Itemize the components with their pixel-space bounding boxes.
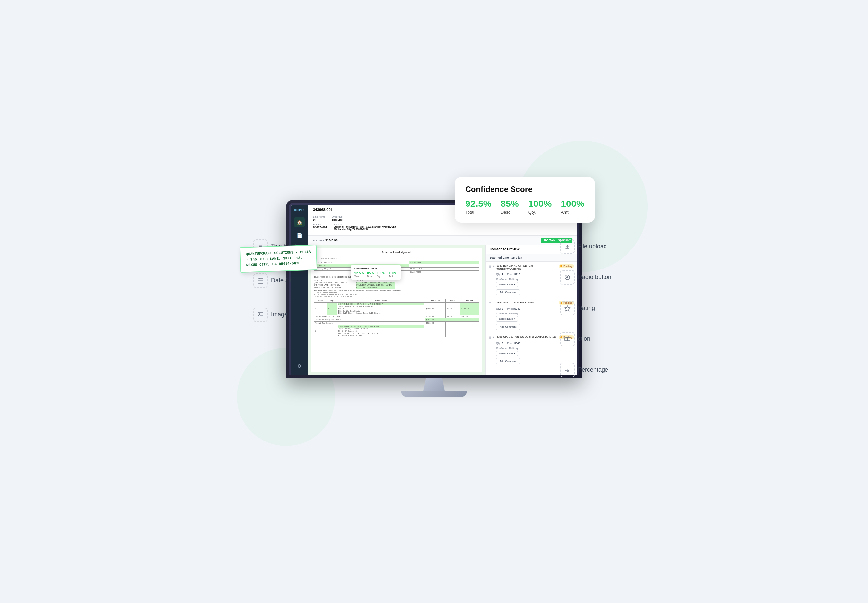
monitor-stand: [286, 378, 582, 397]
svg-marker-8: [565, 306, 570, 311]
svg-rect-4: [258, 312, 263, 317]
item-1-qty-value: 1: [502, 273, 503, 276]
score-total: 92.5% Total: [465, 199, 491, 215]
inner-score-desc: 85% Desc.: [367, 272, 374, 277]
item-3-price-value: $340: [515, 342, 521, 345]
item-3-select-date-button[interactable]: Select Date: [496, 351, 518, 356]
order-no-field: Order No. 1089486: [332, 215, 343, 221]
svg-rect-10: [568, 337, 570, 341]
inner-score-amt: 100% Amt.: [389, 272, 397, 277]
score-amt-value: 100%: [561, 199, 584, 209]
doc-header-row-3: PO No. 84623-002 Ship to Stellarink Inno…: [313, 223, 572, 230]
item-1-desc: 1048 BLK 224 A 7 OR GD (G4; TURBOMTYVHD(…: [496, 264, 556, 271]
inner-score-qty: 100% Qty.: [377, 272, 385, 277]
date-label: Date / ti...: [271, 277, 296, 284]
order-number-value: 343968-001: [313, 208, 332, 212]
confidence-scores-container: 92.5% Total 85% Desc. 100% Qty. 100% Amt…: [465, 199, 584, 215]
item-2-add-comment-button[interactable]: Add Comment: [496, 324, 520, 330]
item-3-number: 3: [493, 336, 494, 339]
drag-handle-2[interactable]: ⠿: [489, 302, 491, 305]
score-total-value: 92.5%: [465, 199, 491, 209]
feature-action: ction: [560, 332, 611, 346]
inner-confidence-scores: 92.5% Total 85% Desc. 100%: [355, 272, 397, 277]
item-3-desc: 4756 UPL 782 P 21 GC LG (T$; VENTURIXHD(…: [496, 336, 556, 339]
item-3-price-label: Price:: [507, 342, 513, 345]
monitor: COPIX 🏠 📄 📋 ⚙ 343968-001: [286, 200, 582, 397]
item-3-qty-label: Qty:: [496, 342, 501, 345]
score-desc: 85% Desc.: [501, 199, 519, 215]
monitor-bezel: COPIX 🏠 📄 📋 ⚙ 343968-001: [289, 203, 579, 375]
sidebar-brand: COPIX: [294, 209, 305, 212]
action-label: ction: [578, 336, 591, 342]
item-1-price-label: Price:: [507, 273, 513, 276]
item-2-qty-label: Qty:: [496, 307, 501, 310]
rating-icon: [560, 301, 575, 315]
rating-label: Rating: [578, 305, 595, 311]
right-features: File upload Radio button Rating ction % …: [560, 239, 611, 377]
feature-image: Image: [253, 308, 296, 322]
order-no-value: 1089486: [332, 218, 343, 221]
item-3-qty-value: 3: [502, 342, 503, 345]
ack-total-label: Ack. Total: [313, 239, 325, 242]
item-2-number: 2: [493, 301, 494, 304]
sidebar-icon-home[interactable]: 🏠: [294, 217, 305, 227]
line-items-label: Line Items: [313, 215, 325, 218]
image-icon: [253, 308, 268, 322]
line-items-value: 20: [313, 218, 325, 221]
main-content-area: 343968-001 Ship Date 11/10/2023 Line Ite…: [308, 204, 577, 375]
po-no-field: PO No. 84623-002: [313, 223, 327, 230]
item-1-qty: Qty: 1: [496, 273, 503, 276]
item-1-price: Price: $210: [507, 273, 520, 276]
item-1-add-comment-button[interactable]: Add Comment: [496, 289, 520, 295]
item-3-qty: Qty: 3: [496, 342, 503, 345]
monitor-screen-wrapper: COPIX 🏠 📄 📋 ⚙ 343968-001: [286, 200, 582, 378]
monitor-neck: [421, 378, 447, 391]
score-desc-value: 85%: [501, 199, 519, 209]
inner-score-qty-value: 100%: [377, 272, 385, 275]
score-desc-label: Desc.: [501, 210, 512, 215]
item-1-price-value: $210: [515, 273, 521, 276]
percentage-label: Percentage: [578, 366, 608, 373]
inner-score-desc-value: 85%: [367, 272, 374, 275]
inner-confidence-card: Confidence Score 92.5% Total 85%: [350, 264, 401, 280]
inner-score-desc-label: Desc.: [367, 275, 374, 277]
item-2-qty-value: 2: [502, 307, 503, 310]
file-upload-icon: [560, 239, 575, 254]
item-1-select-date-button[interactable]: Select Date: [496, 281, 518, 287]
sidebar-icon-settings[interactable]: ⚙: [294, 361, 305, 371]
scene: Confidence Score 92.5% Total 85% Desc. 1…: [253, 174, 615, 430]
score-qty-value: 100%: [528, 199, 552, 209]
svg-point-7: [566, 277, 568, 278]
percentage-icon: %: [560, 363, 575, 377]
content-area: Order Acknowledgement Run: 2022 1216 Pag…: [308, 245, 577, 375]
feature-rating: Rating: [560, 301, 611, 315]
item-3-price: Price: $340: [507, 342, 520, 345]
action-icon: [560, 332, 575, 346]
item-1-qty-label: Qty:: [496, 273, 501, 276]
date-icon: [253, 274, 268, 288]
inner-score-qty-label: Qty.: [377, 275, 385, 277]
monitor-base: [401, 391, 467, 397]
svg-text:%: %: [565, 368, 569, 373]
inner-score-total: 92.5% Total: [355, 272, 364, 277]
inner-score-amt-label: Amt.: [389, 275, 397, 277]
doc-company-header: Order Acknowledgement: [314, 251, 479, 255]
feature-file-upload: File upload: [560, 239, 611, 254]
drag-handle-1[interactable]: ⠿: [489, 265, 491, 269]
po-no-value: 84623-002: [313, 226, 327, 229]
item-3-add-comment-button[interactable]: Add Comment: [496, 358, 520, 364]
doc-run-info: Run: 2022 1216 Page 1: [314, 257, 479, 260]
item-1-number: 1: [493, 264, 494, 267]
score-qty: 100% Qty.: [528, 199, 552, 215]
item-2-select-date-button[interactable]: Select Date: [496, 316, 518, 322]
document-area: Order Acknowledgement Run: 2022 1216 Pag…: [308, 245, 485, 375]
confidence-score-card: Confidence Score 92.5% Total 85% Desc. 1…: [455, 177, 595, 223]
po-no-label: PO No.: [313, 223, 327, 226]
item-2-qty: Qty: 2: [496, 307, 503, 310]
radio-label: Radio button: [578, 274, 611, 281]
monitor-screen: COPIX 🏠 📄 📋 ⚙ 343968-001: [291, 204, 577, 375]
drag-handle-3[interactable]: ⠿: [489, 336, 491, 340]
item-2-price: Price: $340: [507, 307, 520, 310]
po-total-label: PO Total:: [544, 239, 557, 242]
feature-percentage: % Percentage: [560, 363, 611, 377]
